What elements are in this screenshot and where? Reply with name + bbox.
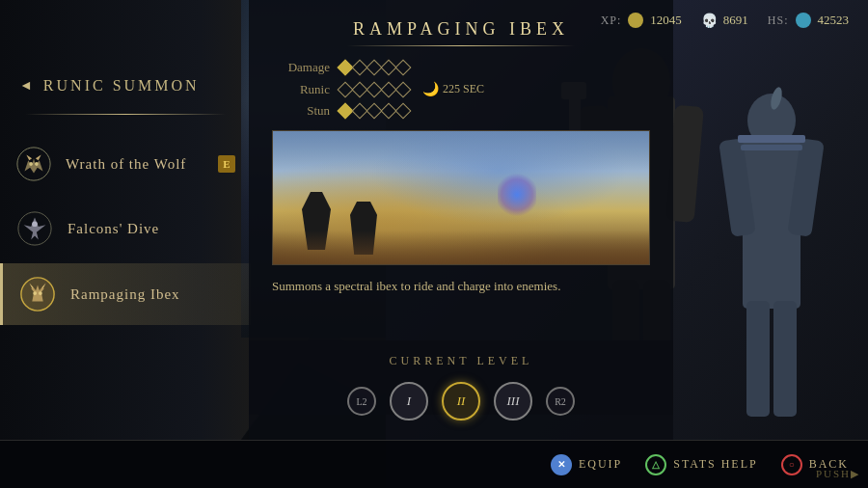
circle-symbol: ○ bbox=[789, 459, 795, 470]
sidebar-title: RUNIC SUMMON bbox=[43, 77, 200, 95]
stats-help-button-icon: △ bbox=[645, 454, 666, 475]
level-section: CURRENT LEVEL L2 I II III R2 bbox=[249, 340, 673, 440]
stun-row: Stun bbox=[272, 103, 650, 119]
stun-diamonds bbox=[339, 105, 409, 117]
damage-diamond-5 bbox=[395, 60, 412, 76]
hs-display: HS: 42523 bbox=[768, 12, 849, 29]
svg-rect-18 bbox=[741, 145, 802, 150]
cooldown-display: 🌙 225 SEC bbox=[422, 81, 484, 97]
xp-display: XP: 12045 bbox=[601, 12, 682, 29]
stats-help-label: STATS HELP bbox=[673, 457, 757, 472]
level-2-label: II bbox=[457, 393, 466, 409]
hud: XP: 12045 💀 8691 HS: 42523 bbox=[601, 12, 849, 29]
level-node-2[interactable]: II bbox=[442, 382, 480, 420]
x-symbol: ✕ bbox=[557, 459, 565, 470]
sidebar-divider bbox=[25, 114, 226, 115]
push-watermark: PUSH▶ bbox=[816, 468, 860, 480]
r2-label: R2 bbox=[555, 396, 566, 407]
level-controls: L2 I II III R2 bbox=[272, 382, 650, 420]
scene-sky bbox=[273, 131, 649, 179]
level-section-title: CURRENT LEVEL bbox=[272, 354, 650, 368]
runic-row: Runic 🌙 225 SEC bbox=[272, 81, 650, 97]
level-1-label: I bbox=[407, 393, 411, 409]
equip-label: EQUIP bbox=[579, 457, 622, 472]
damage-row: Damage bbox=[272, 60, 650, 75]
damage-diamonds bbox=[339, 62, 409, 73]
stun-diamond-5 bbox=[395, 103, 412, 120]
wrath-badge: E bbox=[218, 155, 235, 173]
stun-label: Stun bbox=[272, 103, 330, 119]
xp-icon bbox=[627, 12, 644, 29]
wrath-label: Wrath of the Wolf bbox=[66, 156, 186, 173]
level-node-1[interactable]: I bbox=[390, 382, 428, 420]
svg-rect-15 bbox=[746, 301, 770, 417]
rampaging-icon bbox=[18, 275, 57, 313]
equip-button-icon: ✕ bbox=[551, 454, 572, 475]
back-arrow-icon: ◄ bbox=[19, 78, 36, 94]
sidebar-header: ◄ RUNIC SUMMON bbox=[0, 0, 251, 114]
sidebar-item-falcons[interactable]: Falcons' Dive bbox=[0, 198, 251, 259]
equip-action[interactable]: ✕ EQUIP bbox=[551, 454, 622, 475]
runic-diamonds bbox=[339, 84, 409, 95]
hs-label: HS: bbox=[768, 14, 789, 28]
cooldown-value: 225 SEC bbox=[443, 82, 484, 96]
runic-label: Runic bbox=[272, 82, 330, 97]
xp-value: 12045 bbox=[650, 13, 682, 28]
falcons-icon bbox=[15, 209, 54, 248]
svg-rect-17 bbox=[738, 135, 805, 143]
ability-description: Summons a spectral ibex to ride and char… bbox=[272, 277, 650, 297]
ability-preview bbox=[272, 130, 650, 265]
action-bar: ✕ EQUIP △ STATS HELP ○ BACK bbox=[0, 440, 868, 488]
triangle-symbol: △ bbox=[652, 459, 660, 470]
svg-point-20 bbox=[29, 162, 33, 166]
svg-point-21 bbox=[35, 162, 39, 166]
sidebar-item-wrath[interactable]: Wrath of the Wolf E bbox=[0, 134, 251, 194]
svg-point-26 bbox=[39, 291, 42, 295]
svg-point-25 bbox=[33, 291, 37, 295]
l2-label: L2 bbox=[356, 396, 366, 407]
kills-display: 💀 8691 bbox=[701, 13, 748, 29]
falcons-label: Falcons' Dive bbox=[68, 221, 159, 237]
xp-label: XP: bbox=[601, 14, 622, 28]
kills-value: 8691 bbox=[723, 13, 748, 28]
rampaging-label: Rampaging Ibex bbox=[70, 286, 180, 303]
level-node-3[interactable]: III bbox=[494, 382, 532, 420]
moon-icon: 🌙 bbox=[422, 81, 439, 97]
hs-icon bbox=[795, 12, 812, 29]
svg-rect-16 bbox=[773, 301, 797, 417]
back-button-icon: ○ bbox=[781, 454, 802, 475]
hs-value: 42523 bbox=[818, 13, 850, 28]
runic-diamond-5 bbox=[395, 81, 412, 97]
detail-title: RAMPAGING IBEX bbox=[272, 19, 650, 40]
wrath-icon bbox=[15, 146, 52, 182]
r2-button[interactable]: R2 bbox=[546, 387, 575, 416]
level-3-label: III bbox=[507, 393, 520, 409]
damage-label: Damage bbox=[272, 60, 330, 75]
sidebar: ◄ RUNIC SUMMON Wrath of the Wolf E bbox=[0, 0, 251, 488]
stats-help-action[interactable]: △ STATS HELP bbox=[645, 454, 757, 475]
l2-button[interactable]: L2 bbox=[347, 387, 376, 416]
title-divider bbox=[347, 45, 574, 46]
svg-point-23 bbox=[32, 221, 38, 227]
sidebar-item-rampaging[interactable]: Rampaging Ibex bbox=[0, 263, 251, 325]
scene-ground bbox=[273, 230, 649, 264]
skull-icon: 💀 bbox=[701, 13, 718, 29]
